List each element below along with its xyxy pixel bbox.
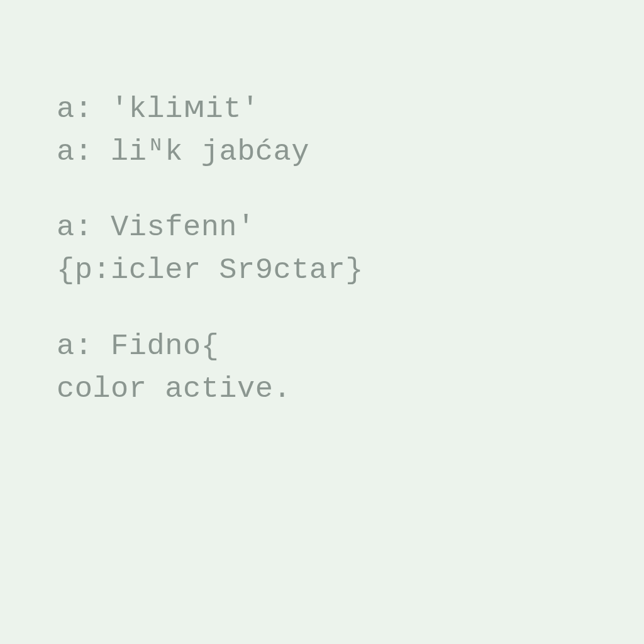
code-line: {p:icler Sr9ctar} <box>57 249 587 292</box>
code-line: a: liᴺk jabćay <box>57 131 587 174</box>
code-line: a: Visfenn' <box>57 206 587 249</box>
code-line: color active. <box>57 368 587 411</box>
text-block-3: a: Fidno{ color active. <box>57 325 587 411</box>
code-line: a: 'kliᴍit' <box>57 88 587 131</box>
text-block-1: a: 'kliᴍit' a: liᴺk jabćay <box>57 88 587 174</box>
text-block-2: a: Visfenn' {p:icler Sr9ctar} <box>57 206 587 292</box>
code-line: a: Fidno{ <box>57 325 587 368</box>
